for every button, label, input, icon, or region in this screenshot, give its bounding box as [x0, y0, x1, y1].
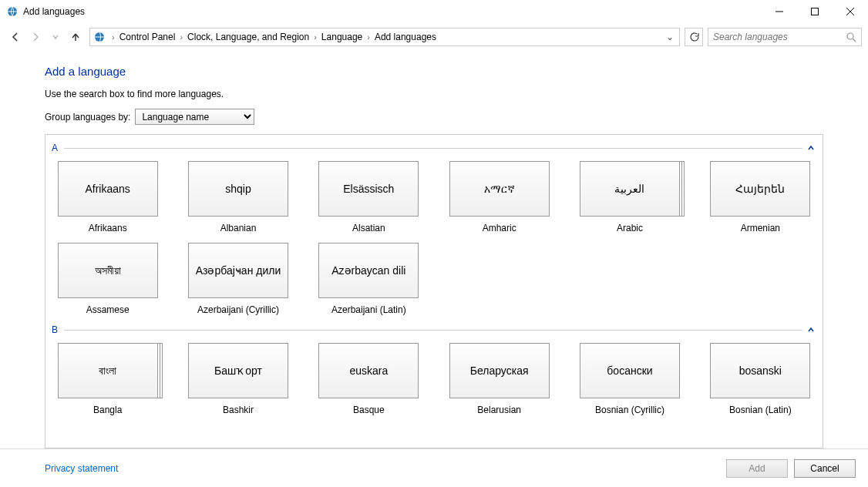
group-divider [64, 148, 802, 149]
language-tile[interactable]: Беларуская [449, 343, 550, 398]
language-tile[interactable]: বাংলা [58, 343, 158, 398]
language-tile[interactable]: Հայերեն [710, 161, 810, 217]
search-box[interactable] [708, 28, 862, 46]
language-native-name: Башҡорт [210, 364, 267, 377]
group-header: A [52, 143, 816, 153]
language-tile[interactable]: Elsässisch [318, 161, 419, 217]
back-button[interactable] [6, 28, 25, 46]
language-tile[interactable]: bosanski [710, 343, 810, 398]
chevron-right-icon: › [177, 32, 186, 42]
group-by-select[interactable]: Language name [135, 109, 254, 125]
location-icon [93, 31, 106, 43]
language-native-name: euskara [345, 364, 392, 377]
language-tile-item: አማርኛAmharic [443, 161, 555, 233]
language-native-name: አማርኛ [479, 183, 520, 196]
language-native-name: Afrikaans [80, 183, 134, 195]
minimize-button[interactable] [762, 0, 797, 23]
group-header: B [52, 324, 816, 335]
language-english-name: Bashkir [223, 405, 254, 415]
cancel-button[interactable]: Cancel [794, 459, 856, 478]
breadcrumb-item[interactable]: Clock, Language, and Region [186, 32, 311, 42]
language-tile-item: bosanskiBosnian (Latin) [705, 343, 816, 415]
language-tile-item: অসমীয়াAssamese [52, 243, 163, 315]
language-native-name: Azərbaycan dili [327, 264, 410, 277]
collapse-icon[interactable] [806, 143, 816, 153]
chevron-right-icon: › [364, 32, 373, 42]
chevron-right-icon: › [311, 32, 320, 42]
language-english-name: Azerbaijani (Latin) [331, 304, 406, 315]
group-divider [64, 330, 802, 331]
close-button[interactable] [833, 0, 868, 23]
collapse-icon[interactable] [806, 324, 816, 335]
window-title: Add languages [23, 6, 85, 17]
up-button[interactable] [66, 28, 85, 46]
language-tile[interactable]: босански [580, 343, 680, 398]
language-native-name: অসমীয়া [90, 264, 126, 277]
address-dropdown-icon[interactable]: ⌄ [664, 32, 676, 42]
chevron-right-icon: › [109, 32, 118, 42]
language-native-name: বাংলা [94, 364, 121, 378]
breadcrumb-item[interactable]: Control Panel [118, 32, 177, 42]
add-button[interactable]: Add [726, 459, 788, 478]
language-native-name: العربية [610, 183, 649, 195]
language-english-name: Albanian [220, 223, 257, 233]
language-english-name: Assamese [86, 304, 130, 315]
language-tile-item: Azərbaycan diliAzerbaijani (Latin) [313, 243, 425, 315]
window-controls [762, 0, 868, 23]
address-bar[interactable]: › Control Panel › Clock, Language, and R… [89, 28, 680, 46]
language-list: AAfrikaansAfrikaansshqipAlbanianElsässis… [45, 134, 823, 448]
language-english-name: Bosnian (Latin) [729, 405, 792, 415]
language-tile[interactable]: euskara [318, 343, 419, 398]
language-tile-item: Азәрбајҹан дилиAzerbaijani (Cyrillic) [182, 243, 294, 315]
language-native-name: босански [602, 364, 657, 377]
language-english-name: Belarusian [477, 405, 521, 415]
language-tile[interactable]: Азәрбајҹан дили [188, 243, 288, 298]
language-list-scroll[interactable]: AAfrikaansAfrikaansshqipAlbanianElsässis… [45, 135, 823, 448]
language-native-name: Беларуская [466, 364, 533, 377]
language-tile[interactable]: Afrikaans [58, 161, 158, 217]
language-tile[interactable]: Башҡорт [188, 343, 288, 398]
title-bar: Add languages [0, 0, 868, 23]
instruction-text: Use the search box to find more language… [45, 89, 823, 99]
language-english-name: Amharic [483, 223, 516, 233]
svg-point-6 [847, 33, 853, 39]
privacy-link[interactable]: Privacy statement [45, 463, 118, 474]
refresh-button[interactable] [685, 28, 703, 46]
language-tile-item: العربيةArabic [574, 161, 685, 233]
language-tile-item: БеларускаяBelarusian [443, 343, 555, 415]
recent-locations-button[interactable] [46, 28, 65, 46]
search-input[interactable] [713, 32, 846, 42]
language-tile[interactable]: አማርኛ [449, 161, 550, 217]
svg-rect-2 [812, 8, 819, 15]
search-icon [846, 32, 856, 42]
language-tile-item: AfrikaansAfrikaans [52, 161, 163, 233]
language-tile[interactable]: العربية [580, 161, 680, 217]
language-tile-item: বাংলাBangla [52, 343, 163, 415]
forward-button[interactable] [26, 28, 45, 46]
language-english-name: Basque [353, 405, 385, 415]
breadcrumb-item[interactable]: Add languages [373, 32, 438, 42]
maximize-button[interactable] [797, 0, 833, 23]
language-tile-item: shqipAlbanian [182, 161, 294, 233]
language-english-name: Arabic [617, 223, 643, 233]
language-tile-item: ElsässischAlsatian [313, 161, 425, 233]
bottom-bar: Privacy statement Add Cancel [0, 448, 868, 487]
language-english-name: Alsatian [352, 223, 385, 233]
language-english-name: Bangla [93, 405, 122, 415]
language-native-name: Азәрбајҹан дили [191, 264, 286, 277]
group-letter: B [52, 324, 58, 335]
nav-bar: › Control Panel › Clock, Language, and R… [0, 23, 868, 51]
language-tile[interactable]: অসমীয়া [58, 243, 158, 298]
language-native-name: bosanski [735, 364, 786, 377]
group-by-label: Group languages by: [45, 112, 130, 123]
language-native-name: Հայերեն [731, 183, 789, 195]
language-tile[interactable]: Azərbaycan dili [318, 243, 419, 298]
language-english-name: Afrikaans [89, 223, 127, 233]
language-tile[interactable]: shqip [188, 161, 288, 217]
breadcrumb-item[interactable]: Language [320, 32, 364, 42]
group-letter: A [52, 143, 58, 153]
language-tile-item: босанскиBosnian (Cyrillic) [574, 343, 685, 415]
language-native-name: Elsässisch [338, 183, 399, 195]
language-tile-item: euskaraBasque [313, 343, 425, 415]
tile-grid: AfrikaansAfrikaansshqipAlbanianElsässisc… [52, 161, 816, 315]
